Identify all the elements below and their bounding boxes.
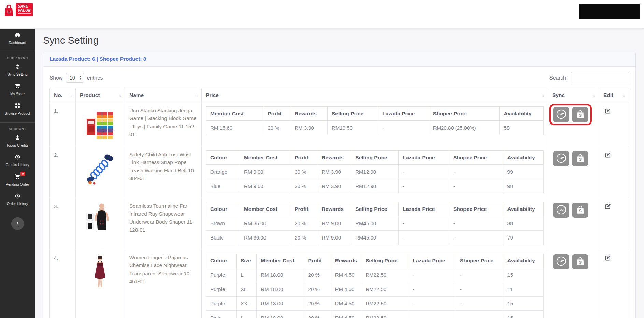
product-cell	[76, 102, 125, 146]
sidebar-item-credits-history[interactable]: Credits History	[0, 151, 35, 170]
sidebar-item-label: Credits History	[1, 163, 34, 167]
price-value: 30 %	[290, 179, 317, 193]
edit-button[interactable]	[603, 150, 612, 160]
price-value: RM 4.50	[331, 297, 361, 311]
column-header-sync[interactable]: Sync↑↓	[548, 88, 599, 102]
sync-cell: LAZS	[548, 198, 599, 249]
price-value: -	[449, 216, 503, 231]
price-column-rewards: Rewards	[331, 254, 361, 268]
column-header-edit[interactable]: Edit↑↓	[599, 88, 629, 102]
sidebar-heading-shop-sync: SHOP SYNC	[0, 52, 35, 60]
sidebar-toggle-button[interactable]	[11, 217, 24, 230]
user-menu-redacted[interactable]	[579, 4, 640, 19]
price-value: -	[378, 121, 429, 135]
svg-text:S: S	[579, 158, 582, 161]
sidebar-item-sync-setting[interactable]: Sync Setting	[0, 60, 35, 80]
shopee-bag-icon: S	[575, 205, 585, 216]
column-header-price[interactable]: Price↑↓	[202, 88, 548, 102]
show-label: Show	[49, 75, 63, 81]
price-value: 20 %	[290, 231, 317, 245]
sidebar-item-my-store[interactable]: My Store	[0, 80, 35, 99]
price-column-colour: Colour	[206, 151, 240, 165]
price-value: -	[409, 311, 456, 318]
price-column-lazada-price: Lazada Price	[409, 254, 456, 268]
sort-icon: ↑↓	[195, 93, 197, 97]
price-value: 20 %	[304, 282, 331, 297]
sidebar-item-order-history[interactable]: Order History	[0, 190, 35, 209]
lazada-sync-button[interactable]: LAZ	[553, 107, 569, 122]
table-header-row: No.↑↓Product↑↓Name↑↓Price↑↓Sync↑↓Edit↑↓	[50, 88, 629, 102]
price-row: PurpleLRM 18.0020 %RM 4.50RM22.50--15	[206, 268, 544, 282]
price-value: 99	[503, 165, 544, 179]
sort-icon: ↑↓	[541, 93, 544, 97]
shopee-sync-button[interactable]: S	[572, 203, 588, 218]
pending-order-count-badge: 0	[20, 172, 25, 176]
column-header-name[interactable]: Name↑↓	[125, 88, 202, 102]
price-value: Blue	[206, 179, 240, 193]
sidebar-item-pending-order[interactable]: 0Pending Order	[0, 170, 35, 190]
price-value: RM 36.00	[240, 231, 290, 245]
lazada-sync-button[interactable]: LAZ	[553, 151, 569, 166]
main-content: Sync Setting Lazada Product: 6 | Shopee …	[35, 29, 644, 318]
shopee-bag-icon: S	[575, 256, 585, 267]
price-column-shopee-price: Shopee Price	[456, 254, 503, 268]
row-number: 3.	[50, 198, 76, 249]
lazada-sync-button[interactable]: LAZ	[553, 203, 569, 218]
edit-button[interactable]	[603, 106, 612, 116]
shopee-sync-button[interactable]: S	[572, 254, 588, 269]
price-subtable: ColourSizeMember CostProfitRewardsSellin…	[206, 254, 544, 318]
price-value: -	[456, 297, 503, 311]
price-value: 98	[503, 179, 544, 193]
lazada-icon: LAZ	[556, 256, 567, 268]
edit-button[interactable]	[603, 254, 612, 263]
sync-cell: LAZS	[548, 102, 599, 146]
lazada-icon: LAZ	[556, 109, 567, 120]
column-label: No.	[54, 92, 62, 98]
page-size-select[interactable]: 10	[66, 73, 84, 83]
price-column-lazada-price: Lazada Price	[398, 202, 449, 216]
chevron-right-icon	[15, 221, 20, 227]
price-subtable: ColourMember CostProfitRewardsSelling Pr…	[206, 150, 544, 193]
shopee-sync-button[interactable]: S	[572, 107, 588, 122]
price-column-shopee-price: Shopee Price	[449, 151, 503, 165]
price-value: -	[456, 268, 503, 282]
store-icon	[15, 83, 20, 89]
sidebar-item-topup-credits[interactable]: Topup Credits	[0, 131, 35, 151]
row-number: 2.	[50, 146, 76, 198]
svg-text:LAZ: LAZ	[558, 113, 564, 116]
app-logo[interactable]: SAVE VALUE	[3, 3, 33, 17]
price-value: 20 %	[304, 268, 331, 282]
price-cell: Member CostProfitRewardsSelling PriceLaz…	[202, 102, 548, 146]
price-value: RM 18.00	[257, 311, 304, 318]
svg-text:S: S	[579, 261, 582, 264]
sidebar-item-label: Dashboard	[1, 41, 34, 45]
price-column-availability: Availability	[503, 151, 544, 165]
price-value: 20 %	[304, 311, 331, 318]
price-row: BlackRM 36.0020 %RM 9.00RM45.00--79	[206, 231, 544, 245]
price-value: -	[398, 231, 449, 245]
price-value: -	[449, 231, 503, 245]
price-header-row: ColourMember CostProfitRewardsSelling Pr…	[206, 202, 544, 216]
column-header-product[interactable]: Product↑↓	[76, 88, 125, 102]
lazada-sync-button[interactable]: LAZ	[553, 254, 569, 269]
price-value: RM22.50	[361, 268, 409, 282]
history-icon	[15, 154, 20, 160]
price-subtable: ColourMember CostProfitRewardsSelling Pr…	[206, 202, 544, 245]
price-row: RM 15.6020 %RM 3.90RM19.50-RM20.80 (25.0…	[206, 121, 544, 135]
price-value: -	[449, 179, 503, 193]
column-header-no[interactable]: No.↑↓	[50, 88, 76, 102]
price-value: RM12.90	[351, 179, 398, 193]
page-title: Sync Setting	[43, 35, 636, 46]
sync-cell: LAZS	[548, 146, 599, 198]
price-value: Pink	[206, 311, 237, 318]
price-value: XXL	[236, 297, 256, 311]
svg-text:S: S	[579, 114, 582, 117]
products-table: No.↑↓Product↑↓Name↑↓Price↑↓Sync↑↓Edit↑↓ …	[49, 88, 629, 318]
price-value: -	[398, 216, 449, 231]
search-input[interactable]	[571, 72, 629, 83]
shopee-sync-button[interactable]: S	[572, 151, 588, 166]
price-cell: ColourMember CostProfitRewardsSelling Pr…	[202, 146, 548, 198]
edit-button[interactable]	[603, 202, 612, 212]
sidebar-item-browse-product[interactable]: Browse Product	[0, 99, 35, 119]
sidebar-item-dashboard[interactable]: Dashboard	[0, 29, 35, 48]
